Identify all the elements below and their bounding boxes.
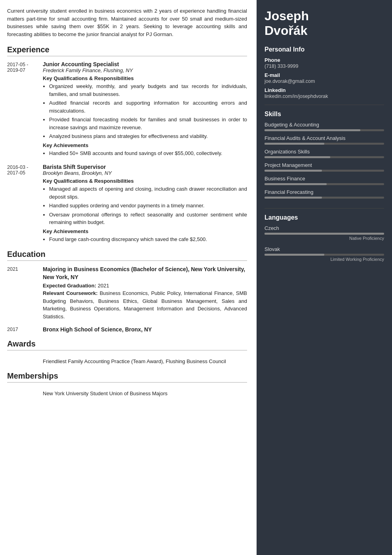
skill-name: Organizations Skills [265, 149, 384, 155]
linkedin-label: LinkedIn [265, 87, 384, 93]
exp-content: Barista Shift SupervisorBrooklyn Beans, … [43, 164, 247, 244]
phone-label: Phone [265, 57, 384, 63]
language-level: Native Proficiency [265, 236, 384, 241]
achievements-list: Handled 50+ SMB accounts and found savin… [49, 149, 247, 157]
exp-date: 2017-05 - 2019-07 [7, 61, 43, 158]
skill-item: Financial Forecasting [265, 189, 384, 199]
skills-title: Skills [265, 111, 384, 118]
job-title: Junior Accounting Specialist [43, 61, 247, 67]
skill-name: Financial Audits & Account Analysis [265, 135, 384, 141]
skill-bar-fill [265, 156, 330, 158]
bullet-list: Organized weekly, monthly, and yearly bu… [49, 82, 247, 140]
qualifications-heading: Key Qualifications & Responsibilities [43, 178, 247, 184]
experience-entry: 2017-05 - 2019-07Junior Accounting Speci… [7, 61, 247, 158]
skill-bar-background [265, 143, 384, 145]
right-panel: JosephDvořák Personal Info Phone (718) 3… [257, 0, 392, 555]
list-item: Analyzed business plans and strategies f… [49, 132, 247, 140]
personal-info-title: Personal Info [265, 46, 384, 53]
experience-entry: 2016-03 - 2017-05Barista Shift Superviso… [7, 164, 247, 244]
skill-bar-fill [265, 170, 322, 172]
list-item: Organized weekly, monthly, and yearly bu… [49, 82, 247, 98]
skill-bar-background [265, 170, 384, 172]
skill-bar-background [265, 156, 384, 158]
skill-name: Project Management [265, 162, 384, 168]
education-list: 2021Majoring in Business Economics (Bach… [7, 266, 247, 334]
language-bar-background [265, 233, 384, 235]
edu-coursework: Relevant Coursework: Business Economics,… [43, 289, 247, 320]
exp-date: 2016-03 - 2017-05 [7, 164, 43, 244]
education-entry: 2021Majoring in Business Economics (Bach… [7, 266, 247, 320]
skill-bar-background [265, 197, 384, 199]
skill-item: Project Management [265, 162, 384, 172]
skill-item: Financial Audits & Account Analysis [265, 135, 384, 145]
language-bar-fill [265, 254, 324, 256]
exp-content: Junior Accounting SpecialistFrederick Fa… [43, 61, 247, 158]
memberships-section-title: Memberships [7, 371, 247, 383]
email-value: joe.dvorak@gmail.com [265, 78, 384, 84]
personal-info-section: Personal Info Phone (718) 333-9999 E-mai… [265, 46, 384, 105]
skill-name: Financial Forecasting [265, 189, 384, 195]
education-entry: 2017Bronx High School of Science, Bronx,… [7, 326, 247, 334]
language-item: CzechNative Proficiency [265, 225, 384, 241]
edu-date: 2021 [7, 266, 43, 320]
edu-degree: Majoring in Business Economics (Bachelor… [43, 266, 247, 281]
list-item: Audited financial records and supporting… [49, 99, 247, 115]
edu-content: Bronx High School of Science, Bronx, NY [43, 326, 247, 334]
skill-item: Business Finance [265, 176, 384, 185]
email-label: E-mail [265, 72, 384, 78]
achievements-heading: Key Achievements [43, 142, 247, 148]
job-company: Brooklyn Beans, Brooklyn, NY [43, 170, 247, 176]
awards-section-title: Awards [7, 339, 247, 350]
achievements-list: Found large cash-counting discrepancy wh… [49, 235, 247, 243]
bullet-list: Managed all aspects of opening and closi… [49, 185, 247, 226]
language-name: Slovak [265, 246, 384, 252]
skill-name: Business Finance [265, 176, 384, 182]
candidate-name: JosephDvořák [265, 9, 384, 38]
skill-bar-background [265, 129, 384, 131]
language-item: SlovakLimited Working Proficiency [265, 246, 384, 262]
language-level: Limited Working Proficiency [265, 257, 384, 262]
memberships-text: New York University Student Union of Bus… [7, 387, 247, 400]
list-item: Provided financial forecasting models fo… [49, 116, 247, 131]
list-item: Oversaw promotional offerings to reflect… [49, 211, 247, 226]
achievements-heading: Key Achievements [43, 228, 247, 234]
edu-expected: Expected Graduation: 2021 [43, 283, 247, 289]
list-item: Handled 50+ SMB accounts and found savin… [49, 149, 247, 157]
language-bar-fill [265, 233, 384, 235]
experience-list: 2017-05 - 2019-07Junior Accounting Speci… [7, 61, 247, 244]
skill-item: Organizations Skills [265, 149, 384, 158]
languages-section: Languages CzechNative ProficiencySlovakL… [265, 214, 384, 262]
awards-text: Friendliest Family Accounting Practice (… [7, 355, 247, 367]
summary: Current university student enrolled in b… [7, 7, 247, 38]
skill-bar-background [265, 183, 384, 185]
list-item: Handled supplies ordering and vendor pay… [49, 202, 247, 210]
experience-section-title: Experience [7, 45, 247, 56]
skills-section: Skills Budgeting & AccountingFinancial A… [265, 111, 384, 209]
education-section-title: Education [7, 250, 247, 261]
phone-value: (718) 333-9999 [265, 63, 384, 69]
skill-bar-fill [265, 143, 324, 145]
job-title: Barista Shift Supervisor [43, 164, 247, 170]
skill-name: Budgeting & Accounting [265, 122, 384, 128]
edu-content: Majoring in Business Economics (Bachelor… [43, 266, 247, 320]
language-name: Czech [265, 225, 384, 231]
linkedin-value: linkedin.com/in/josephdvorak [265, 94, 384, 99]
language-bar-background [265, 254, 384, 256]
qualifications-heading: Key Qualifications & Responsibilities [43, 75, 247, 81]
edu-date: 2017 [7, 326, 43, 334]
skill-bar-fill [265, 183, 327, 185]
skills-list: Budgeting & AccountingFinancial Audits &… [265, 122, 384, 199]
edu-degree: Bronx High School of Science, Bronx, NY [43, 326, 247, 334]
skill-bar-fill [265, 129, 360, 131]
job-company: Frederick Family Finance, Flushing, NY [43, 67, 247, 73]
skill-bar-fill [265, 197, 322, 199]
languages-list: CzechNative ProficiencySlovakLimited Wor… [265, 225, 384, 262]
skill-item: Budgeting & Accounting [265, 122, 384, 131]
list-item: Managed all aspects of opening and closi… [49, 185, 247, 201]
list-item: Found large cash-counting discrepancy wh… [49, 235, 247, 243]
left-panel: Current university student enrolled in b… [0, 0, 257, 555]
languages-title: Languages [265, 214, 384, 221]
